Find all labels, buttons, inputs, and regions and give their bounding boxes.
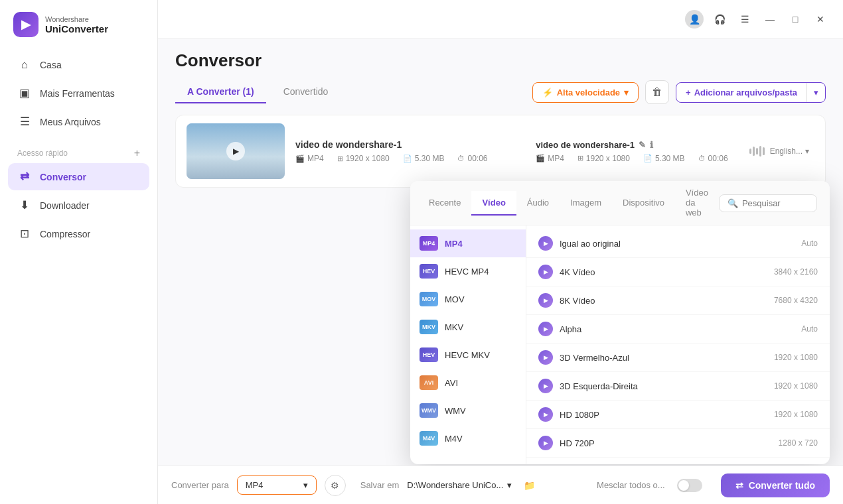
delete-button[interactable]: 🗑 — [645, 80, 669, 104]
preset-resolution: 1920 x 1080 — [774, 353, 818, 362]
add-icon: + — [686, 88, 691, 97]
close-button[interactable]: ✕ — [811, 10, 830, 29]
preset-resolution: Auto — [801, 324, 818, 334]
add-label: Adicionar arquivos/pasta — [694, 88, 797, 97]
sidebar-item-label-files: Meus Arquivos — [40, 117, 101, 127]
high-speed-button[interactable]: ⚡ Alta velocidade ▾ — [532, 82, 639, 103]
user-avatar[interactable]: 👤 — [685, 10, 704, 29]
add-files-button[interactable]: + Adicionar arquivos/pasta ▾ — [676, 82, 826, 103]
format-tab-recent[interactable]: Recente — [418, 191, 471, 216]
save-path-text: D:\Wondershare UniCo... — [407, 480, 503, 490]
format-list-item-mov[interactable]: MOV MOV — [410, 285, 526, 313]
sidebar-item-compressor[interactable]: ⊡ Compressor — [8, 220, 149, 247]
app-name: UniConverter — [45, 23, 108, 34]
edit-name-icon[interactable]: ✎ — [639, 140, 646, 150]
input-size: 📄 5.30 MB — [403, 154, 445, 163]
menu-button[interactable]: ☰ — [735, 10, 754, 29]
format-list-item-wmv[interactable]: WMV WMV — [410, 397, 526, 424]
tab-actions: ⚡ Alta velocidade ▾ 🗑 + Adicionar arquiv… — [532, 80, 826, 104]
format-label-m4v: M4V — [445, 434, 463, 444]
tab-to-convert[interactable]: A Converter (1) — [175, 81, 266, 103]
save-path-chevron-icon: ▾ — [507, 480, 512, 490]
tab-converted[interactable]: Convertido — [271, 81, 341, 103]
format-list-item-mp4[interactable]: MP4 MP4 — [410, 229, 526, 257]
format-presets: ▶ Igual ao original Auto ▶ 4K Vídeo 3840… — [526, 225, 830, 464]
m4v-format-icon: M4V — [420, 431, 438, 446]
format-list-item-hevc-mp4[interactable]: HEV HEVC MP4 — [410, 257, 526, 285]
format-search-box[interactable]: 🔍 — [719, 194, 817, 212]
sidebar-item-downloader[interactable]: ⬇ Downloader — [8, 192, 149, 219]
convert-all-label: Converter tudo — [749, 480, 815, 491]
play-button[interactable]: ▶ — [226, 142, 245, 160]
preset-name: 8K Vídeo — [560, 296, 595, 306]
convert-to-label: Converter para — [171, 480, 229, 490]
preset-row-hd-720p[interactable]: ▶ HD 720P 1280 x 720 — [526, 429, 830, 458]
maximize-button[interactable]: □ — [786, 10, 805, 29]
save-path-selector[interactable]: D:\Wondershare UniCo... ▾ — [407, 480, 512, 490]
add-quick-access-button[interactable]: + — [134, 147, 140, 159]
format-list: MP4 MP4HEV HEVC MP4MOV MOVMKV MKVHEV HEV… — [410, 225, 526, 464]
minimize-button[interactable]: — — [761, 10, 779, 29]
preset-resolution: 1920 x 1080 — [774, 410, 818, 419]
support-button[interactable]: 🎧 — [710, 10, 729, 29]
format-list-item-m4v[interactable]: M4V M4V — [410, 424, 526, 452]
window-controls: 👤 🎧 ☰ — □ ✕ — [685, 10, 830, 29]
format-tab-image[interactable]: Imagem — [560, 191, 612, 216]
preset-row-3d-vermelho-azul[interactable]: ▶ 3D Vermelho-Azul 1920 x 1080 — [526, 344, 830, 372]
preset-row-alpha[interactable]: ▶ Alpha Auto — [526, 315, 830, 344]
preset-video-icon: ▶ — [538, 350, 553, 365]
sidebar-item-files[interactable]: ☰ Meus Arquivos — [8, 108, 149, 135]
toggle-knob — [678, 480, 689, 491]
format-tab-audio[interactable]: Áudio — [516, 191, 560, 216]
lang-select[interactable]: English... ▾ — [739, 145, 814, 158]
preset-resolution: 1920 x 1080 — [774, 381, 818, 391]
format-popup: RecenteVídeoÁudioImagemDispositivoVídeo … — [410, 181, 830, 464]
format-select-dropdown[interactable]: MP4 ▾ — [237, 475, 317, 495]
browse-folder-button[interactable]: 📁 — [520, 476, 538, 495]
preset-resolution: 1280 x 720 — [779, 438, 818, 448]
logo-icon: ▶ — [13, 12, 38, 37]
tools-icon: ▣ — [17, 86, 32, 100]
language-selector[interactable]: English... ▾ — [765, 147, 814, 156]
brand-name: Wondershare — [45, 15, 108, 23]
file-thumbnail[interactable]: ▶ — [187, 123, 285, 179]
preset-row-hd-1080p[interactable]: ▶ HD 1080P 1920 x 1080 — [526, 401, 830, 429]
sidebar-item-label-tools: Mais Ferramentas — [40, 88, 115, 99]
preset-row-8k-vídeo[interactable]: ▶ 8K Vídeo 7680 x 4320 — [526, 286, 830, 315]
format-label-hevc-mp4: HEVC MP4 — [445, 267, 489, 277]
input-resolution: ⊞ 1920 x 1080 — [337, 154, 390, 163]
info-icon[interactable]: ℹ — [650, 140, 653, 150]
sidebar-item-converter[interactable]: ⇄ Conversor — [8, 163, 149, 190]
sidebar-item-tools[interactable]: ▣ Mais Ferramentas — [8, 80, 149, 107]
sidebar-item-home[interactable]: ⌂ Casa — [8, 52, 149, 78]
tabs-row: A Converter (1)Convertido ⚡ Alta velocid… — [158, 80, 843, 104]
preset-row-igual-ao-original[interactable]: ▶ Igual ao original Auto — [526, 229, 830, 258]
format-chevron-icon: ▾ — [303, 480, 308, 490]
format-tab-device[interactable]: Dispositivo — [612, 191, 675, 216]
format-list-item-mkv[interactable]: MKV MKV — [410, 313, 526, 341]
add-files-chevron[interactable]: ▾ — [806, 83, 825, 102]
format-list-item-avi[interactable]: AVI AVI — [410, 369, 526, 397]
format-list-item-hevc-mkv[interactable]: HEV HEVC MKV — [410, 341, 526, 369]
search-icon: 🔍 — [728, 198, 738, 208]
format-body: MP4 MP4HEV HEVC MP4MOV MOVMKV MKVHEV HEV… — [410, 225, 830, 464]
preset-video-icon: ▶ — [538, 293, 553, 308]
add-files-main[interactable]: + Adicionar arquivos/pasta — [676, 83, 806, 102]
format-label-mkv: MKV — [445, 322, 463, 332]
preset-video-icon: ▶ — [538, 322, 553, 336]
convert-all-button[interactable]: ⇄ Converter tudo — [721, 473, 830, 497]
convert-all-icon: ⇄ — [735, 480, 743, 491]
input-format: 🎬 MP4 — [295, 154, 324, 163]
preset-row-4k-vídeo[interactable]: ▶ 4K Vídeo 3840 x 2160 — [526, 258, 830, 286]
merge-toggle[interactable] — [677, 479, 702, 492]
format-settings-button[interactable]: ⚙ — [325, 475, 346, 496]
main-area: 👤 🎧 ☰ — □ ✕ Conversor A Converter (1)Con… — [158, 0, 843, 504]
title-bar: 👤 🎧 ☰ — □ ✕ — [158, 0, 843, 38]
preset-video-icon: ▶ — [538, 236, 553, 251]
preset-row-3d-esquerda-direita[interactable]: ▶ 3D Esquerda-Direita 1920 x 1080 — [526, 372, 830, 401]
format-tab-video[interactable]: Vídeo — [471, 191, 516, 216]
format-search-input[interactable] — [742, 198, 808, 208]
output-duration: ⏱ 00:06 — [698, 154, 728, 163]
format-tab-web[interactable]: Vídeo da web — [675, 181, 719, 225]
preset-name: HD 720P — [560, 438, 595, 448]
